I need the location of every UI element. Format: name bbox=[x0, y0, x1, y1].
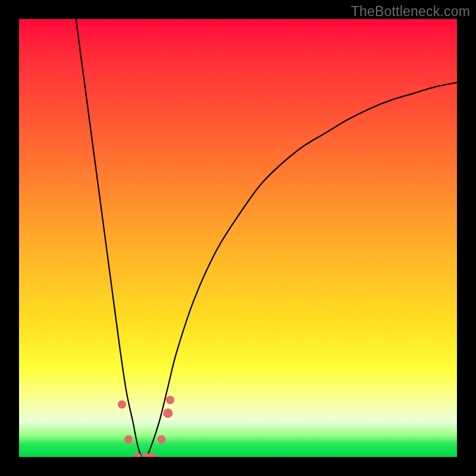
chart-frame: TheBottleneck.com bbox=[0, 0, 476, 476]
curve-markers bbox=[118, 396, 174, 457]
bottleneck-curve bbox=[76, 19, 457, 457]
bottleneck-curve-svg bbox=[19, 19, 457, 457]
curve-marker bbox=[163, 408, 173, 418]
watermark-text: TheBottleneck.com bbox=[351, 4, 470, 20]
curve-marker bbox=[148, 453, 156, 457]
curve-marker bbox=[124, 436, 133, 444]
plot-area bbox=[19, 19, 457, 457]
curve-marker bbox=[166, 396, 174, 404]
curve-marker bbox=[118, 400, 126, 409]
curve-marker bbox=[157, 436, 165, 444]
